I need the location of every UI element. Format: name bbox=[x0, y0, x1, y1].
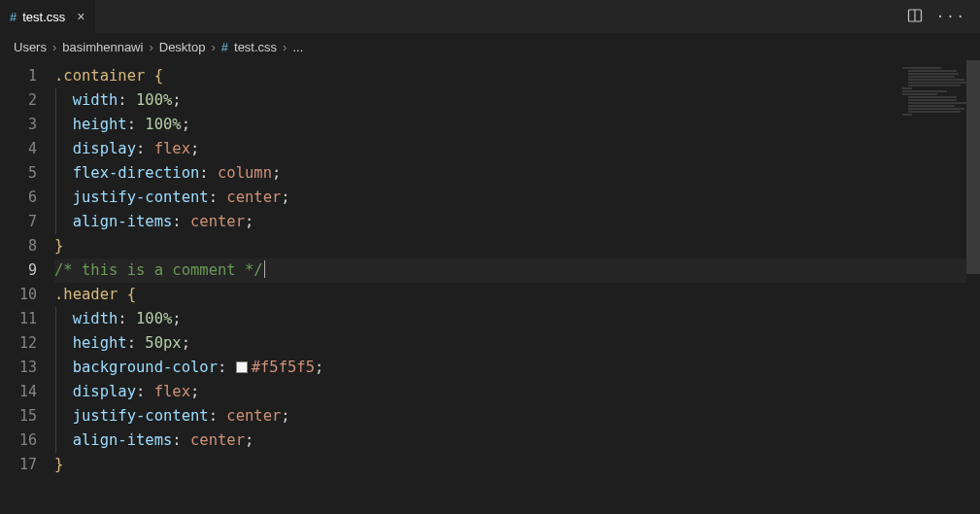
token-prop: display bbox=[73, 383, 136, 400]
token-punct: : bbox=[127, 116, 146, 133]
token-punct: ; bbox=[172, 91, 181, 109]
line-number: 2 bbox=[0, 88, 54, 113]
line-number: 16 bbox=[0, 428, 54, 453]
css-file-icon: # bbox=[10, 10, 17, 24]
breadcrumb[interactable]: Users › basimhennawi › Desktop › # test.… bbox=[0, 34, 980, 60]
color-swatch-icon[interactable] bbox=[236, 361, 248, 373]
token-hex: #f5f5f5 bbox=[252, 359, 315, 376]
token-punct: : bbox=[209, 188, 227, 206]
line-number: 6 bbox=[0, 186, 54, 210]
token-punct: ; bbox=[172, 310, 181, 327]
token-prop: align-items bbox=[73, 213, 173, 230]
token-punct: : bbox=[209, 407, 227, 425]
close-icon[interactable]: × bbox=[77, 9, 84, 24]
token-punct: ; bbox=[182, 334, 190, 352]
token-num: 100% bbox=[145, 116, 181, 133]
code-line[interactable]: justify-content: center; bbox=[54, 186, 980, 210]
token-punct: ; bbox=[281, 188, 289, 206]
token-punct: : bbox=[218, 359, 236, 376]
code-line[interactable]: flex-direction: column; bbox=[54, 161, 980, 186]
token-punct: ; bbox=[315, 359, 323, 376]
token-num: 100% bbox=[136, 310, 172, 327]
token-punct: : bbox=[118, 310, 136, 327]
code-line[interactable]: align-items: center; bbox=[54, 428, 980, 453]
token-punct: ; bbox=[190, 383, 199, 400]
code-line[interactable]: display: flex; bbox=[54, 380, 980, 404]
token-const: center bbox=[190, 213, 245, 230]
title-actions: ··· bbox=[907, 8, 980, 26]
line-number: 7 bbox=[0, 210, 54, 234]
line-number: 1 bbox=[0, 64, 54, 88]
editor-area[interactable]: 1234567891011121314151617 .container { w… bbox=[0, 60, 980, 511]
token-prop: height bbox=[73, 334, 127, 352]
text-cursor bbox=[264, 260, 265, 278]
line-number: 17 bbox=[0, 453, 54, 477]
vertical-scrollbar[interactable] bbox=[966, 60, 980, 511]
crumb-filename[interactable]: test.css bbox=[234, 40, 277, 54]
token-punct: ; bbox=[272, 164, 281, 182]
token-punct: ; bbox=[245, 431, 253, 449]
token-brace: } bbox=[54, 456, 63, 473]
token-const: column bbox=[218, 164, 272, 182]
token-prop: width bbox=[73, 310, 118, 327]
line-number-gutter: 1234567891011121314151617 bbox=[0, 60, 54, 511]
code-line[interactable]: height: 100%; bbox=[54, 113, 980, 137]
line-number: 9 bbox=[0, 258, 54, 283]
more-actions-icon[interactable]: ··· bbox=[936, 9, 966, 24]
token-space bbox=[118, 286, 126, 303]
token-punct: ; bbox=[281, 407, 289, 425]
code-content[interactable]: .container { width: 100%; height: 100%; … bbox=[54, 60, 980, 511]
line-number: 3 bbox=[0, 113, 54, 137]
token-comment: /* this is a comment */ bbox=[54, 261, 263, 279]
code-line[interactable]: width: 100%; bbox=[54, 88, 980, 113]
crumb-segment[interactable]: basimhennawi bbox=[62, 40, 143, 54]
token-selector: .container bbox=[54, 67, 145, 85]
crumb-segment[interactable]: Desktop bbox=[159, 40, 206, 54]
chevron-right-icon: › bbox=[283, 40, 287, 54]
code-line[interactable]: background-color: #f5f5f5; bbox=[54, 356, 980, 380]
token-punct: : bbox=[172, 213, 190, 230]
token-space bbox=[145, 67, 153, 85]
token-punct: : bbox=[136, 383, 154, 400]
token-prop: flex-direction bbox=[73, 164, 200, 182]
token-const: flex bbox=[154, 383, 190, 400]
tab-filename: test.css bbox=[22, 10, 65, 24]
token-prop: background-color bbox=[73, 359, 218, 376]
code-line[interactable]: } bbox=[54, 234, 980, 258]
split-editor-icon[interactable] bbox=[907, 8, 923, 26]
code-line[interactable]: align-items: center; bbox=[54, 210, 980, 234]
token-punct: ; bbox=[245, 213, 253, 230]
code-line[interactable]: height: 50px; bbox=[54, 331, 980, 356]
token-punct: : bbox=[172, 431, 190, 449]
token-brace: } bbox=[54, 237, 63, 255]
titlebar: # test.css × ··· bbox=[0, 0, 980, 34]
crumb-segment[interactable]: Users bbox=[14, 40, 47, 54]
code-line[interactable]: .container { bbox=[54, 64, 980, 88]
code-line[interactable]: display: flex; bbox=[54, 137, 980, 161]
token-punct: ; bbox=[182, 116, 190, 133]
scrollbar-thumb[interactable] bbox=[966, 60, 980, 274]
line-number: 8 bbox=[0, 234, 54, 258]
line-number: 13 bbox=[0, 356, 54, 380]
token-prop: align-items bbox=[73, 431, 173, 449]
tab-strip: # test.css × bbox=[0, 0, 96, 33]
code-line[interactable]: justify-content: center; bbox=[54, 404, 980, 428]
line-number: 15 bbox=[0, 404, 54, 428]
token-punct: ; bbox=[190, 140, 199, 157]
line-number: 10 bbox=[0, 283, 54, 307]
crumb-trailing[interactable]: ... bbox=[292, 40, 303, 54]
code-line[interactable]: .header { bbox=[54, 283, 980, 307]
token-const: flex bbox=[154, 140, 190, 157]
code-line[interactable]: /* this is a comment */ bbox=[54, 258, 980, 283]
css-file-icon: # bbox=[221, 40, 228, 54]
token-brace: { bbox=[127, 286, 136, 303]
code-line[interactable]: } bbox=[54, 453, 980, 477]
code-line[interactable]: width: 100%; bbox=[54, 307, 980, 331]
line-number: 11 bbox=[0, 307, 54, 331]
token-punct: : bbox=[118, 91, 136, 109]
token-prop: justify-content bbox=[73, 188, 209, 206]
token-selector: .header bbox=[54, 286, 118, 303]
tab-test-css[interactable]: # test.css × bbox=[0, 0, 96, 33]
token-punct: : bbox=[199, 164, 218, 182]
line-number: 12 bbox=[0, 331, 54, 356]
